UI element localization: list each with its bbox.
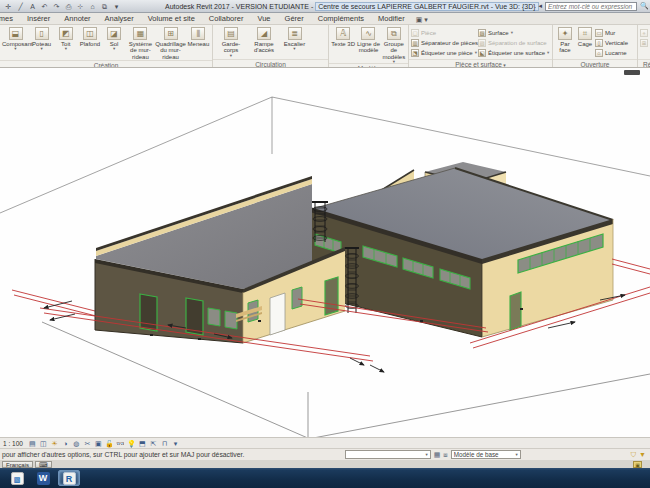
tab-complements[interactable]: Compléments [311, 13, 371, 24]
garde-corps-button[interactable]: ▤ Garde-corps [215, 26, 247, 57]
right-building[interactable] [310, 168, 613, 337]
viewbar-overflow-icon[interactable]: ▾ [171, 439, 180, 448]
modify-tool-icon[interactable]: ✛ [4, 2, 13, 11]
sol-button[interactable]: ◪ Sol [103, 26, 126, 50]
shadows-icon[interactable]: ◑ [61, 439, 70, 448]
switch-windows-icon[interactable]: ⧉ [100, 2, 109, 11]
etiqueter-piece-button[interactable]: ⬔ Étiqueter une pièce▾ [411, 48, 477, 57]
temporary-hide-isolate-icon[interactable]: 👓 [116, 439, 125, 448]
construction-lines[interactable] [42, 322, 650, 437]
line-tool-icon[interactable]: ╱ [16, 2, 25, 11]
tab-inserer[interactable]: Insérer [20, 13, 57, 24]
worksets-icon[interactable]: ▦ [434, 451, 441, 459]
tab-annoter[interactable]: Annoter [57, 13, 97, 24]
visual-style-icon[interactable]: ◫ [39, 439, 48, 448]
lock-orientation-icon[interactable]: 🔓 [105, 439, 114, 448]
design-options-icon[interactable]: ⧈ [443, 451, 447, 459]
par-face-button[interactable]: ✦ Par face [555, 26, 575, 54]
temporary-view-properties-icon[interactable]: ⬒ [138, 439, 147, 448]
systeme-mur-rideau-icon: ▦ [133, 27, 147, 40]
reveal-hidden-elements-icon[interactable]: 💡 [127, 439, 136, 448]
toit-button[interactable]: ◩ Toit [54, 26, 77, 50]
plafond-button[interactable]: ◫ Plafond [78, 26, 101, 47]
reference-planes[interactable] [0, 97, 650, 213]
undo-icon[interactable]: ↶ [40, 2, 49, 11]
keyboard-layout-icon[interactable]: ⌨ [35, 461, 52, 468]
infocenter-collapse-icon[interactable]: ◂ [539, 2, 543, 10]
scale-button[interactable]: 1 : 100 [3, 440, 23, 447]
garde-corps-icon: ▤ [224, 27, 238, 40]
poteau-button[interactable]: ▯ Poteau [30, 26, 53, 50]
sun-path-icon[interactable]: ☀ [50, 439, 59, 448]
tab-collaborer[interactable]: Collaborer [202, 13, 251, 24]
meneau-icon: ⫼ [191, 27, 205, 40]
piece-button: ▢ Pièce [411, 28, 477, 37]
search-input[interactable] [545, 2, 637, 11]
lucarne-button[interactable]: ⌂ Lucarne [595, 48, 633, 57]
language-selector[interactable]: Français [2, 461, 33, 468]
displacement-icon[interactable]: ⇱ [149, 439, 158, 448]
3d-model-view[interactable] [0, 68, 650, 437]
etiqueter-surface-button[interactable]: ⬕ Étiqueter une surface▾ [478, 48, 550, 57]
tab-gerer[interactable]: Gérer [278, 13, 311, 24]
language-bar: Français ⌨ ▣ [0, 460, 650, 468]
measure-icon[interactable]: ⊹ [76, 2, 85, 11]
detail-level-icon[interactable]: ▤ [28, 439, 37, 448]
systeme-mur-rideau-button[interactable]: ▦ Système de mur-rideau [127, 26, 154, 60]
tab-analyser[interactable]: Analyser [98, 13, 141, 24]
piece-icon: ▢ [411, 29, 419, 37]
niveau-button: ⌖ Niveau [640, 28, 650, 37]
separateur-pieces-button[interactable]: ▥ Séparateur de pièces [411, 38, 477, 47]
crop-view-icon[interactable]: ✂ [83, 439, 92, 448]
panel-title-piece-et-surface[interactable]: Pièce et surface [409, 59, 552, 68]
left-building[interactable] [95, 176, 345, 343]
ligne-modele-button[interactable]: ∿ Ligne de modèle [356, 26, 380, 54]
show-crop-region-icon[interactable]: ▣ [94, 439, 103, 448]
tab-vue[interactable]: Vue [250, 13, 277, 24]
composant-button[interactable]: ⬓ Composant [2, 26, 29, 50]
escalier-button[interactable]: ≣ Escalier [281, 26, 308, 50]
search-icon[interactable]: 🔍 [640, 2, 649, 10]
texte-3d-button[interactable]: 𝔸 Texte 3D [331, 26, 355, 47]
document-title: Centre de secours LAPIERRE GALBERT FAUGI… [315, 2, 538, 11]
3d-view-icon[interactable]: ⌂ [88, 2, 97, 11]
rampe-acces-button[interactable]: ◢ Rampe d'accès [248, 26, 280, 54]
right-building-door[interactable] [510, 292, 521, 330]
mur-ouverture-button[interactable]: ▭ Mur [595, 28, 633, 37]
surface-button[interactable]: ▧ Surface▾ [478, 28, 550, 37]
redo-icon[interactable]: ↷ [52, 2, 61, 11]
drawing-area[interactable] [0, 68, 650, 437]
cage-button[interactable]: ⌗ Cage [576, 26, 594, 47]
tray-notification-icon[interactable]: ▣ [633, 461, 642, 468]
quadrillage-icon: ⊞ [640, 39, 648, 47]
qat-dropdown-icon[interactable]: ▾ [112, 2, 121, 11]
title-bar: ✛ ╱ A ↶ ↷ ⎙ ⊹ ⌂ ⧉ ▾ Autodesk Revit 2017 … [0, 0, 650, 13]
site-boundary-back[interactable] [12, 290, 96, 316]
tab-modifier[interactable]: Modifier [371, 13, 412, 24]
print-icon[interactable]: ⎙ [64, 2, 73, 11]
escalier-icon: ≣ [288, 27, 302, 40]
ligne-modele-icon: ∿ [361, 27, 375, 40]
groupe-modeles-button[interactable]: ⧉ Groupe de modèles [382, 26, 406, 63]
quadrillage-mur-rideau-button[interactable]: ⊞ Quadrillage du mur-rideau [155, 26, 186, 60]
tab-volume-et-site[interactable]: Volume et site [141, 13, 202, 24]
text-tool-icon[interactable]: A [28, 2, 37, 11]
selection-filter-icon[interactable]: ▼ [639, 451, 646, 458]
design-option-select[interactable]: Modèle de base▾ [451, 450, 521, 459]
meneau-button[interactable]: ⫼ Meneau [187, 26, 210, 47]
taskbar-revit-button[interactable]: R [58, 470, 80, 486]
rendering-dialog-icon[interactable]: ◍ [72, 439, 81, 448]
ribbon-display-toggle-icon[interactable]: ▣ ▾ [412, 16, 432, 24]
panel-circulation: ▤ Garde-corps ◢ Rampe d'accès ≣ Escalier… [213, 25, 329, 68]
exclude-options-filter-icon[interactable]: ⛉ [631, 451, 636, 459]
worksets-field[interactable]: ▾ [345, 450, 431, 459]
tab-systemes[interactable]: Systèmes [0, 13, 20, 24]
collapsed-navbar[interactable] [624, 70, 640, 75]
taskbar-image-viewer-button[interactable]: ▧ [6, 470, 28, 486]
verticale-ouverture-button[interactable]: ▯ Verticale [595, 38, 633, 47]
reveal-constraints-icon[interactable]: ⊓ [160, 439, 169, 448]
panel-reference: ⌖ Niveau ⊞ Quadrillage Référence [638, 25, 650, 68]
panel-title-reference: Référence [638, 59, 650, 68]
taskbar-word-button[interactable]: W [32, 470, 54, 486]
white-door[interactable] [270, 293, 285, 335]
